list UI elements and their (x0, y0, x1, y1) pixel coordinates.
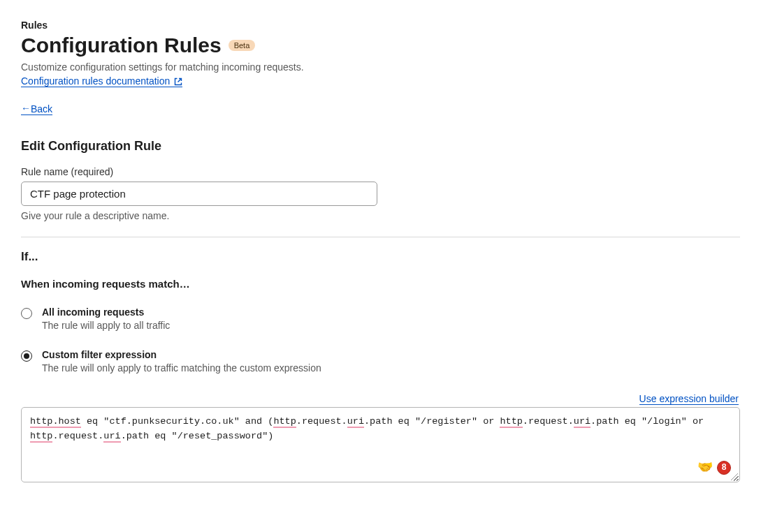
external-link-icon (174, 77, 182, 85)
expression-builder-link[interactable]: Use expression builder (639, 393, 739, 405)
radio-custom-filter[interactable]: Custom filter expression The rule will o… (21, 349, 740, 374)
expression-token: eq "ctf.punksecurity.co.uk" and ( (81, 416, 273, 427)
beta-badge: Beta (229, 40, 256, 51)
expression-token: uri (574, 416, 590, 428)
radio-desc: The rule will apply to all traffic (42, 320, 170, 331)
if-heading: If... (21, 250, 740, 264)
expression-token: http (500, 416, 522, 428)
back-link[interactable]: ← Back (21, 103, 52, 115)
page-title: Configuration Rules (21, 34, 222, 57)
radio-title: All incoming requests (42, 306, 170, 318)
expression-token: .path eq "/register" or (364, 416, 500, 427)
rule-name-input[interactable] (21, 182, 377, 206)
expression-token: uri (347, 416, 364, 428)
radio-button[interactable] (21, 350, 32, 362)
expression-token: .path eq "/login" or (590, 416, 704, 427)
radio-desc: The rule will only apply to traffic matc… (42, 362, 321, 374)
documentation-link[interactable]: Configuration rules documentation (21, 75, 182, 87)
expression-token: http.host (30, 416, 81, 428)
radio-button[interactable] (21, 308, 32, 319)
expression-textarea[interactable]: http.host eq "ctf.punksecurity.co.uk" an… (21, 407, 740, 482)
expression-token: http (30, 431, 52, 443)
resize-handle-icon[interactable] (731, 473, 738, 480)
expression-token: http (273, 416, 296, 428)
documentation-link-label: Configuration rules documentation (21, 75, 170, 87)
count-badge[interactable]: 8 (717, 461, 731, 475)
radio-title: Custom filter expression (42, 349, 321, 360)
expression-token: uri (103, 431, 120, 443)
radio-all-requests[interactable]: All incoming requests The rule will appl… (21, 306, 740, 331)
back-link-label: Back (31, 103, 52, 114)
section-divider (21, 237, 740, 237)
rule-name-hint: Give your rule a descriptive name. (21, 210, 740, 221)
expression-token: .request. (523, 416, 574, 427)
expression-token: .request. (296, 416, 347, 427)
edit-rule-heading: Edit Configuration Rule (21, 139, 740, 154)
arrow-left-icon: ← (21, 103, 31, 114)
match-prompt: When incoming requests match… (21, 278, 740, 290)
rule-name-label: Rule name (required) (21, 166, 740, 177)
expression-token: .path eq "/reset_password") (121, 431, 274, 441)
expression-token: .request. (52, 431, 103, 441)
page-subtitle: Customize configuration settings for mat… (21, 61, 740, 73)
breadcrumb: Rules (21, 20, 740, 31)
handshake-icon: 🤝 (697, 461, 713, 474)
